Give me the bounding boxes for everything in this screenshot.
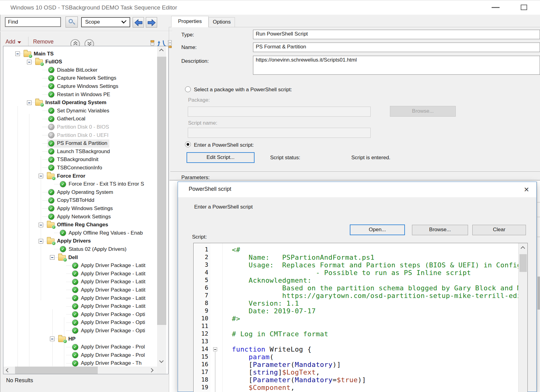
tree-item[interactable]: ✓Apply Driver Package - Latit <box>71 286 148 294</box>
tree-item[interactable]: ✓Apply Operating System <box>47 188 115 196</box>
tree-row[interactable]: ✓Apply Offline Reg Values - Enab <box>3 229 157 237</box>
tree-item[interactable]: ✓Apply Driver Package - Latit <box>71 302 148 311</box>
tree-item[interactable]: ✓Apply Driver Package - Th <box>71 359 144 367</box>
tree-row[interactable]: ✓Apply Network Settings <box>3 213 157 221</box>
tree-item[interactable]: ✓Apply Network Settings <box>47 213 113 221</box>
tree-row[interactable]: ✓CopyTSBToHdd <box>3 196 157 205</box>
scope-select[interactable]: Scope <box>81 17 130 27</box>
tree-expander-minus[interactable] <box>39 174 43 178</box>
tree-expander-minus[interactable] <box>27 100 32 105</box>
tree-item[interactable]: ✓Apply Driver Package - Prol <box>71 343 147 351</box>
browse-button[interactable]: Browse... <box>412 225 468 235</box>
tree-vscroll-thumb[interactable] <box>157 57 166 325</box>
tree-row[interactable]: ✓Apply Driver Package - Opti <box>3 326 157 335</box>
name-field[interactable]: PS Format & Partition <box>253 43 540 52</box>
script-editor[interactable]: <# Name: PSPartionAndFormat.ps1 Usage: R… <box>193 243 528 392</box>
search-button[interactable] <box>66 17 78 28</box>
tree-row[interactable]: ✓PS Format & Partition <box>3 139 157 148</box>
scroll-right-icon[interactable] <box>149 368 153 372</box>
find-input[interactable]: Find <box>5 17 61 27</box>
tree-row[interactable]: ✓Apply Driver Package - Latit <box>3 262 157 270</box>
find-previous-button[interactable] <box>133 17 144 28</box>
find-next-button[interactable] <box>146 17 157 28</box>
tree-item[interactable]: ✓Status 02 (Apply Drivers) <box>59 245 129 253</box>
tree-row[interactable]: ✓Apply Operating System <box>3 188 157 196</box>
tree-row[interactable]: ✓Force Error - Exit TS into Error S <box>3 180 157 188</box>
tree-item[interactable]: ✓Main TS <box>23 50 56 58</box>
tree-row[interactable]: ✓Apply Driver Package - Latit <box>3 286 157 294</box>
code-fold-collapse-icon[interactable] <box>213 347 217 351</box>
scroll-up-icon[interactable] <box>521 246 525 251</box>
tree-item[interactable]: ✓TSBConnectionInfo <box>47 164 104 172</box>
tree-row[interactable]: ✓Install Operating System <box>3 99 157 107</box>
tree-item[interactable]: ✓GatherLocal <box>47 115 88 123</box>
tree-item[interactable]: ✓Restart in Windows PE <box>47 90 112 99</box>
tree-expander-minus[interactable] <box>50 255 55 260</box>
tree-row[interactable]: ✓Apply Driver Package - Opti <box>3 318 157 327</box>
tree-expander-minus[interactable] <box>39 223 43 227</box>
tree-item[interactable]: ✓Apply Driver Package - Opti <box>71 318 147 327</box>
tree-row[interactable]: ✓FullOS <box>3 58 157 66</box>
clear-button[interactable]: Clear <box>472 225 526 235</box>
tree-item[interactable]: ✓Apply Driver Package - Opti <box>71 310 147 318</box>
tab-options[interactable]: Options <box>209 17 235 27</box>
tree-item[interactable]: ✓Capture Network Settings <box>47 74 119 82</box>
type-field[interactable]: Run PowerShell Script <box>253 30 540 39</box>
tree-item-selected[interactable]: ✓PS Format & Partition <box>47 139 109 148</box>
tree-expander-minus[interactable] <box>50 337 55 341</box>
edit-script-button[interactable]: Edit Script... <box>187 152 255 163</box>
tree-row[interactable]: ✓Set Dynamic Variables <box>3 107 157 115</box>
minimize-button[interactable] <box>489 3 502 13</box>
tree-vertical-scrollbar[interactable] <box>157 46 166 367</box>
tree-item[interactable]: ✓Apply Driver Package - Latit <box>71 262 148 270</box>
close-icon[interactable]: × <box>520 184 533 195</box>
editor-vertical-scrollbar[interactable] <box>518 243 527 392</box>
tree-row[interactable]: ✓TSBConnectionInfo <box>3 164 157 172</box>
remove-button[interactable]: Remove <box>33 39 54 45</box>
tree-item[interactable]: ✓Apply Drivers <box>46 237 93 245</box>
select-package-radio[interactable] <box>185 86 191 92</box>
tree-item[interactable]: ✓Launch TSBackground <box>47 147 112 156</box>
tree-row[interactable]: ✓Restart in Windows PE <box>3 90 157 99</box>
tree-item[interactable]: ✓Apply Driver Package - Opti <box>71 326 147 335</box>
tree-row[interactable]: ✓Capture Network Settings <box>3 74 157 82</box>
tree-row[interactable]: ✓Apply Driver Package - Latit <box>3 302 157 311</box>
tree-item[interactable]: ✓Force Error <box>46 172 88 180</box>
scroll-down-icon[interactable] <box>159 359 164 363</box>
tree-item[interactable]: ✓Apply Driver Package - Latit <box>71 270 148 278</box>
maximize-button[interactable] <box>518 3 531 13</box>
open-button[interactable]: Open... <box>350 224 405 235</box>
tree-item[interactable]: ✓Dell <box>58 253 80 262</box>
tree-row[interactable]: ✓Disable BitLocker <box>3 66 157 74</box>
tree-row[interactable]: ✓GatherLocal <box>3 115 157 123</box>
scroll-left-icon[interactable] <box>6 368 10 372</box>
tree-row[interactable]: ✓Launch TSBackground <box>3 147 157 156</box>
tree-item[interactable]: ✓Offline Reg Changes <box>46 221 110 229</box>
tree-row[interactable]: ✓Apply Driver Package - Latit <box>3 270 157 278</box>
tree-row[interactable]: ✓Dell <box>3 253 157 262</box>
tree-row[interactable]: ✓Apply Driver Package - Prol <box>3 343 157 351</box>
tree-row[interactable]: ✓TSBackgroundInit <box>3 156 157 164</box>
tree-expander-minus[interactable] <box>39 239 43 243</box>
tree-item[interactable]: ✓CopyTSBToHdd <box>47 196 96 205</box>
tree-item[interactable]: ✓Apply Windows Settings <box>47 204 115 213</box>
tree-item[interactable]: ✓Apply Driver Package - Latit <box>71 278 148 286</box>
tree-item[interactable]: ✓Partition Disk 0 - UEFI <box>47 131 111 139</box>
tree-horizontal-scrollbar[interactable] <box>3 367 157 374</box>
scroll-up-icon[interactable] <box>159 49 164 53</box>
tree-row[interactable]: ✓HP <box>3 335 157 343</box>
tree-item[interactable]: ✓Force Error - Exit TS into Error S <box>59 180 146 188</box>
tree-expander-minus[interactable] <box>27 60 32 64</box>
tree-row[interactable]: ✓Apply Driver Package - Th <box>3 359 157 367</box>
tree-item[interactable]: ✓HP <box>58 335 78 343</box>
tree-item[interactable]: ✓Install Operating System <box>35 99 108 107</box>
tree-row[interactable]: ✓Capture Windows Settings <box>3 82 157 90</box>
tree-hscroll-thumb[interactable] <box>15 367 98 374</box>
tree-row[interactable]: ✓Partition Disk 0 - BIOS <box>3 123 157 131</box>
tree-row[interactable]: ✓Apply Driver Package - Opti <box>3 310 157 318</box>
tree-item[interactable]: ✓FullOS <box>35 58 64 66</box>
tree-item[interactable]: ✓Capture Windows Settings <box>47 82 120 90</box>
tree-row[interactable]: ✓Apply Driver Package - Prol <box>3 351 157 359</box>
description-field[interactable]: https://onevinn.schrewelius.it/Scripts01… <box>253 56 540 75</box>
editor-vscroll-thumb[interactable] <box>519 254 527 272</box>
